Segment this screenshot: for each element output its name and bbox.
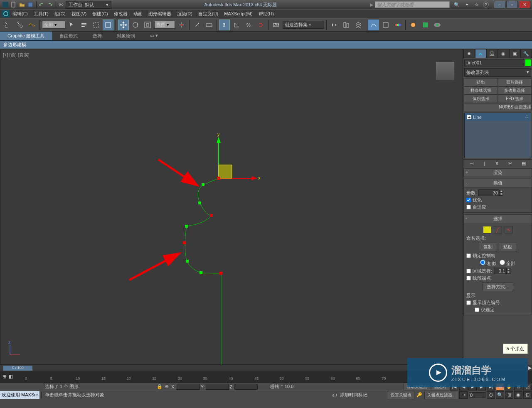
steps-input[interactable] bbox=[478, 189, 499, 196]
bind-space-icon[interactable] bbox=[27, 20, 37, 30]
mini-curve-icon[interactable]: ◧ bbox=[9, 374, 13, 379]
key-filter-button[interactable]: 关键点过滤器... bbox=[424, 391, 458, 399]
tab-graphite[interactable]: Graphite 建模工具 bbox=[0, 32, 52, 40]
render-setup-icon[interactable] bbox=[408, 20, 419, 30]
mirror-icon[interactable] bbox=[329, 20, 340, 30]
move-icon[interactable] bbox=[118, 20, 129, 30]
lock-icon[interactable]: 🔒 bbox=[157, 384, 163, 389]
undo-icon[interactable] bbox=[38, 1, 45, 8]
redo-icon[interactable] bbox=[46, 1, 54, 8]
display-tab-icon[interactable]: ▣ bbox=[509, 49, 521, 58]
z-input[interactable] bbox=[234, 384, 258, 390]
schematic-icon[interactable] bbox=[380, 20, 391, 30]
object-name-input[interactable] bbox=[464, 59, 524, 66]
rect-select-icon[interactable] bbox=[91, 20, 101, 30]
max-viewport-icon[interactable]: ⊡ bbox=[523, 391, 532, 399]
restore-button[interactable]: ▫ bbox=[506, 1, 518, 8]
named-selection-dropdown[interactable]: 创建选择集 ▾ bbox=[283, 21, 324, 29]
modify-tab-icon[interactable] bbox=[475, 49, 487, 58]
angle-snap-icon[interactable] bbox=[231, 20, 242, 30]
lock-handles-checkbox[interactable] bbox=[466, 253, 471, 258]
area-sel-input[interactable] bbox=[494, 268, 506, 274]
menu-customize[interactable]: 自定义(U) bbox=[198, 11, 218, 17]
manipulate-icon[interactable] bbox=[192, 20, 202, 30]
save-icon[interactable] bbox=[27, 1, 34, 8]
spinner-snap-icon[interactable] bbox=[255, 20, 266, 30]
ribbon-panel-label[interactable]: 多边形建模 bbox=[0, 41, 532, 49]
open-icon[interactable] bbox=[18, 1, 26, 8]
object-color-swatch[interactable] bbox=[525, 59, 531, 66]
viewport-front[interactable]: [+] [前] [真实] y x bbox=[0, 49, 463, 365]
modifier-list-dropdown[interactable]: 修改器列表▾ bbox=[464, 68, 531, 77]
seg-end-checkbox[interactable] bbox=[466, 276, 471, 280]
modifier-stack[interactable]: + Line ∴ bbox=[464, 113, 531, 158]
menu-create[interactable]: 创建(C) bbox=[92, 11, 108, 17]
orbit-icon[interactable]: ◉ bbox=[514, 391, 522, 399]
unique-icon[interactable]: ∀ bbox=[495, 161, 499, 166]
rollout-render[interactable]: +渲染 bbox=[463, 168, 532, 177]
current-frame-input[interactable] bbox=[469, 392, 485, 398]
motion-tab-icon[interactable]: ◉ bbox=[498, 49, 510, 58]
time-config-icon[interactable]: ⏱ bbox=[487, 391, 495, 399]
rotate-icon[interactable] bbox=[130, 20, 141, 30]
track-expand-icon[interactable]: ⊞ bbox=[2, 374, 6, 379]
help-icon[interactable]: ? bbox=[483, 2, 489, 7]
config-icon[interactable]: ▤ bbox=[522, 161, 526, 166]
menu-graph[interactable]: 图形编辑器 bbox=[148, 11, 171, 17]
new-icon[interactable] bbox=[10, 1, 17, 8]
time-slider-handle[interactable]: 0 / 100 bbox=[3, 366, 32, 371]
mod-btn-ffd[interactable]: FFD 选择 bbox=[498, 95, 532, 103]
area-sel-checkbox[interactable] bbox=[466, 269, 471, 273]
selection-filter-dropdown[interactable]: 全部 ▾ bbox=[42, 21, 65, 29]
pivot-icon[interactable] bbox=[176, 20, 187, 30]
time-ruler[interactable]: 0 5 10 15 20 25 30 35 40 45 50 55 60 65 … bbox=[25, 371, 407, 382]
spline-subobj-icon[interactable]: ∿ bbox=[505, 226, 513, 233]
spin-up[interactable]: ▲ bbox=[499, 190, 503, 193]
material-icon[interactable] bbox=[392, 20, 403, 30]
rollout-selection[interactable]: -选择 bbox=[463, 214, 532, 223]
mod-btn-nurbs[interactable]: NURBS 曲面选择 bbox=[464, 103, 532, 111]
align-icon[interactable] bbox=[341, 20, 352, 30]
menu-edit[interactable]: 编辑(E) bbox=[12, 11, 28, 17]
set-key-button[interactable]: 设置关键点 bbox=[388, 391, 414, 399]
mod-btn-vol[interactable]: 体积选择 bbox=[464, 95, 498, 103]
time-tag-icon[interactable]: 🏷 bbox=[332, 393, 337, 398]
ref-coord-dropdown[interactable]: 视图 ▾ bbox=[154, 21, 175, 29]
percent-snap-icon[interactable]: % bbox=[243, 20, 254, 30]
show-vert-num-checkbox[interactable] bbox=[466, 300, 471, 305]
sel-method-button[interactable]: 选择方式... bbox=[482, 283, 513, 291]
all-radio[interactable]: 全部 bbox=[500, 260, 515, 267]
mod-btn-patch[interactable]: 面片选择 bbox=[498, 78, 532, 86]
create-tab-icon[interactable]: ✹ bbox=[463, 49, 475, 58]
x-input[interactable] bbox=[177, 384, 200, 390]
scale-icon[interactable] bbox=[142, 20, 153, 30]
snap-toggle-icon[interactable]: 3 bbox=[219, 20, 230, 30]
adaptive-checkbox[interactable] bbox=[466, 205, 471, 209]
tab-paint[interactable]: 对象绘制 bbox=[109, 32, 143, 40]
remove-mod-icon[interactable]: ✂ bbox=[508, 161, 512, 166]
segment-subobj-icon[interactable]: ╱ bbox=[494, 226, 502, 233]
menu-render[interactable]: 渲染(R) bbox=[177, 11, 192, 17]
ribbon-dropdown[interactable]: ▭ ▾ bbox=[143, 32, 165, 40]
optimize-checkbox[interactable] bbox=[466, 198, 471, 202]
tab-selection[interactable]: 选择 bbox=[85, 32, 109, 40]
binoculars-icon[interactable]: 🔍 bbox=[453, 1, 461, 8]
star-icon[interactable]: ☆ bbox=[473, 1, 480, 8]
edit-named-sel-icon[interactable]: ABC bbox=[271, 20, 281, 30]
stack-item-line[interactable]: + Line ∴ bbox=[465, 113, 531, 121]
link-icon[interactable] bbox=[57, 1, 65, 8]
spin-down[interactable]: ▼ bbox=[499, 193, 503, 196]
expand-icon[interactable]: + bbox=[467, 115, 471, 119]
window-crossing-icon[interactable] bbox=[103, 20, 113, 30]
menu-tools[interactable]: 工具(T) bbox=[34, 11, 49, 17]
menu-modifiers[interactable]: 修改器 bbox=[114, 11, 128, 17]
abs-rel-icon[interactable]: ⊕ bbox=[165, 384, 169, 389]
menu-maxscript[interactable]: MAXScript(M) bbox=[224, 11, 252, 16]
workspace-dropdown[interactable]: 工作台: 默认▾ bbox=[66, 1, 111, 9]
mod-btn-poly[interactable]: 多边形选择 bbox=[498, 86, 532, 95]
menu-views[interactable]: 视图(V) bbox=[71, 11, 87, 17]
pin-stack-icon[interactable]: ⊣ bbox=[470, 161, 474, 166]
zoom-icon[interactable]: 🔍 bbox=[496, 391, 504, 399]
stack-vertex-icon[interactable]: ∴ bbox=[525, 114, 528, 120]
keyboard-icon[interactable] bbox=[204, 20, 214, 30]
